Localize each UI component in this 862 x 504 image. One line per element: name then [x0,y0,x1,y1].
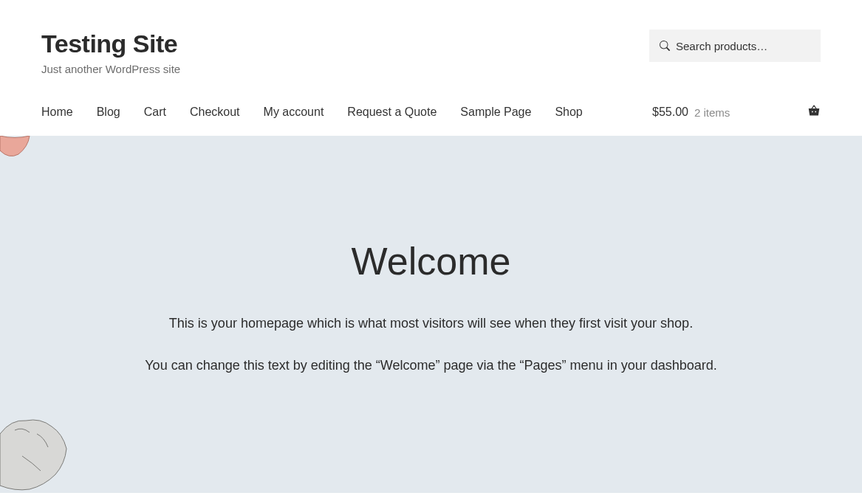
nav-item-sample-page[interactable]: Sample Page [460,106,531,119]
nav-item-home[interactable]: Home [41,106,73,119]
nav-item-shop[interactable]: Shop [555,106,582,119]
hero: Welcome This is your homepage which is w… [0,136,862,493]
search-box[interactable] [649,30,821,62]
navbar: Home Blog Cart Checkout My account Reque… [41,105,821,136]
site-title[interactable]: Testing Site [41,30,180,58]
site-tagline: Just another WordPress site [41,63,180,75]
cart-summary[interactable]: $55.00 2 items [652,105,821,120]
nav-menu: Home Blog Cart Checkout My account Reque… [41,106,583,119]
hero-title: Welcome [99,239,764,283]
hero-decoration-bottom [0,412,71,493]
svg-point-0 [812,111,813,113]
hero-paragraph-2: You can change this text by editing the … [99,355,764,376]
svg-point-1 [815,111,816,113]
search-input[interactable] [676,40,810,52]
nav-item-request-quote[interactable]: Request a Quote [347,106,437,119]
cart-info: $55.00 2 items [652,106,730,119]
cart-total: $55.00 [652,106,688,119]
branding: Testing Site Just another WordPress site [41,30,180,75]
site-header: Testing Site Just another WordPress site… [0,0,862,136]
cart-count: 2 items [694,106,730,119]
basket-icon[interactable] [807,105,821,120]
nav-item-my-account[interactable]: My account [264,106,324,119]
hero-paragraph-1: This is your homepage which is what most… [99,313,764,334]
hero-decoration-top [0,136,34,161]
nav-item-checkout[interactable]: Checkout [190,106,240,119]
search-icon [660,41,670,51]
nav-item-blog[interactable]: Blog [97,106,120,119]
hero-content: Welcome This is your homepage which is w… [99,239,764,376]
header-top: Testing Site Just another WordPress site [41,30,821,75]
nav-item-cart[interactable]: Cart [144,106,166,119]
